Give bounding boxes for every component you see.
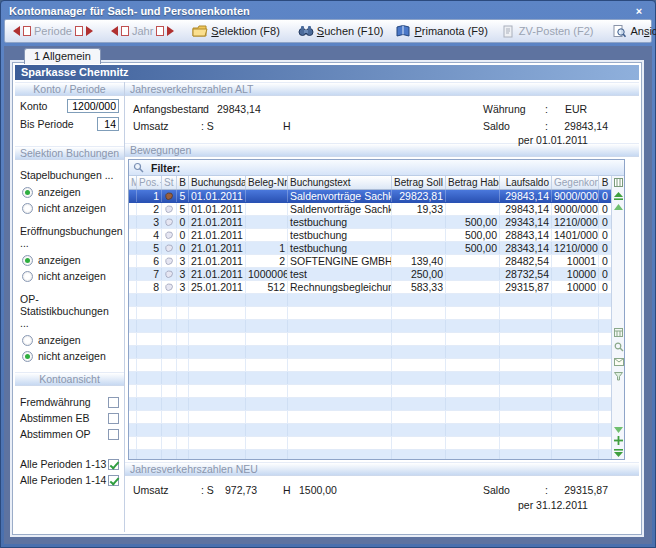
- checkbox-icon[interactable]: [108, 413, 119, 424]
- empty-cell: [392, 307, 446, 319]
- column-header-soll[interactable]: Betrag Soll: [392, 176, 446, 189]
- cell-pos: 8: [137, 281, 162, 293]
- empty-cell: [392, 294, 446, 306]
- column-header-b2[interactable]: B: [599, 176, 611, 189]
- radio-icon[interactable]: [22, 335, 33, 346]
- cell-b: 3: [177, 268, 189, 280]
- empty-table-row[interactable]: [129, 398, 611, 411]
- primanota-button[interactable]: Primanota (F9): [390, 22, 492, 40]
- jahr-next-icon[interactable]: [167, 26, 174, 36]
- radio-op-anzeigen[interactable]: anzeigen: [15, 332, 124, 348]
- checkbox-abstimmen-op[interactable]: Abstimmen OP: [15, 426, 124, 442]
- column-header-pos[interactable]: Pos.: [137, 176, 162, 189]
- insert-row-icon[interactable]: [614, 436, 623, 445]
- column-header-m[interactable]: M: [129, 176, 137, 189]
- radio-stapel-nicht-anzeigen[interactable]: nicht anzeigen: [15, 200, 124, 216]
- page-up-icon[interactable]: [614, 204, 623, 212]
- table-row[interactable]: 8325.01.2011 /Di512Rechnungsbegleichung5…: [129, 281, 611, 294]
- column-header-datum[interactable]: Buchungsdatum: [189, 176, 246, 189]
- konto-input[interactable]: [67, 99, 119, 113]
- suchen-button[interactable]: Suchen (F10): [293, 22, 389, 40]
- empty-cell: [189, 346, 246, 358]
- filter-funnel-icon[interactable]: [614, 372, 623, 381]
- table-row[interactable]: 4021.01.2011 /Frtestbuchung500,0028843,1…: [129, 229, 611, 242]
- empty-cell: [288, 294, 392, 306]
- checkbox-icon[interactable]: [108, 397, 119, 408]
- empty-table-row[interactable]: [129, 372, 611, 385]
- column-header-gegen[interactable]: Gegenkonto: [552, 176, 599, 189]
- empty-table-row[interactable]: [129, 437, 611, 450]
- page-down-icon[interactable]: [614, 425, 623, 433]
- close-button[interactable]: ×: [631, 5, 647, 18]
- empty-cell: [189, 294, 246, 306]
- column-header-b[interactable]: B: [177, 176, 189, 189]
- empty-table-row[interactable]: [129, 307, 611, 320]
- checkbox-alle-perioden-1-14[interactable]: Alle Perioden 1-14: [15, 472, 124, 488]
- account-header: Sparkasse Chemnitz: [15, 65, 639, 80]
- empty-cell: [446, 398, 500, 410]
- column-header-haben[interactable]: Betrag Haben: [446, 176, 500, 189]
- radio-icon[interactable]: [22, 255, 33, 266]
- empty-cell: [500, 346, 552, 358]
- checkbox-checked-icon[interactable]: [108, 459, 119, 470]
- periode-prev-next-control[interactable]: Periode: [8, 23, 98, 39]
- table-row[interactable]: 3021.01.2011 /Frtestbuchung500,0029343,1…: [129, 216, 611, 229]
- cell-b: 0: [177, 216, 189, 228]
- empty-table-row[interactable]: [129, 450, 611, 459]
- cell-gegen: 1401/000: [552, 229, 599, 241]
- calculator-icon[interactable]: [614, 328, 623, 337]
- checkbox-checked-icon[interactable]: [108, 475, 119, 486]
- radio-icon[interactable]: [22, 271, 33, 282]
- column-header-saldo[interactable]: Laufsaldo: [500, 176, 552, 189]
- scroll-up-icon[interactable]: [614, 192, 623, 200]
- radio-op-nicht-anzeigen[interactable]: nicht anzeigen: [15, 348, 124, 364]
- table-row[interactable]: 1501.01.2011 /SaSaldenvorträge Sachkonte…: [129, 190, 611, 203]
- radio-icon[interactable]: [22, 187, 33, 198]
- empty-cell: [599, 359, 611, 371]
- ansicht-button[interactable]: Ansicht: [606, 22, 656, 40]
- radio-eroeffnung-anzeigen[interactable]: anzeigen: [15, 252, 124, 268]
- empty-table-row[interactable]: [129, 385, 611, 398]
- empty-table-row[interactable]: [129, 359, 611, 372]
- checkbox-abstimmen-eb[interactable]: Abstimmen EB: [15, 410, 124, 426]
- column-header-st[interactable]: St: [162, 176, 177, 189]
- empty-table-row[interactable]: [129, 294, 611, 307]
- column-chooser-icon[interactable]: [614, 178, 623, 187]
- selektion-button[interactable]: Selektion (F8): [187, 22, 284, 40]
- column-header-text[interactable]: Buchungstext: [288, 176, 392, 189]
- radio-icon[interactable]: [22, 203, 33, 214]
- table-row[interactable]: 5021.01.2011 /Fr1testbuchung500,0028343,…: [129, 242, 611, 255]
- empty-table-row[interactable]: [129, 411, 611, 424]
- checkbox-fremdwaehrung[interactable]: Fremdwährung: [15, 394, 124, 410]
- empty-table-row[interactable]: [129, 320, 611, 333]
- empty-table-row[interactable]: [129, 424, 611, 437]
- search-icon[interactable]: [614, 342, 624, 352]
- radio-stapel-anzeigen[interactable]: anzeigen: [15, 184, 124, 200]
- tab-allgemein[interactable]: 1 Allgemein: [24, 48, 101, 64]
- empty-cell: [392, 346, 446, 358]
- empty-cell: [189, 450, 246, 459]
- empty-table-row[interactable]: [129, 333, 611, 346]
- empty-table-row[interactable]: [129, 346, 611, 359]
- jahr-prev-next-control[interactable]: Jahr: [106, 23, 179, 39]
- bis-periode-input[interactable]: [97, 117, 119, 131]
- filter-bar[interactable]: Filter:: [129, 160, 624, 176]
- table-row[interactable]: 7321.01.2011 /Fr10000066test250,0028732,…: [129, 268, 611, 281]
- filter-label: Filter:: [151, 162, 180, 174]
- table-header-row[interactable]: MPos.StBBuchungsdatumBeleg-Nr.Buchungste…: [129, 176, 611, 190]
- periode-next-icon[interactable]: [86, 26, 93, 36]
- checkbox-icon[interactable]: [108, 429, 119, 440]
- mail-icon[interactable]: [614, 358, 624, 366]
- table-row[interactable]: 6321.01.2011 /Fr2SOFTENGINE GMBH 2000018…: [129, 255, 611, 268]
- radio-eroeffnung-nicht-anzeigen[interactable]: nicht anzeigen: [15, 268, 124, 284]
- checkbox-alle-perioden-1-13[interactable]: Alle Perioden 1-13: [15, 456, 124, 472]
- empty-cell: [288, 359, 392, 371]
- table-row[interactable]: 2501.01.2011 /SaSaldenvorträge Sachkonte…: [129, 203, 611, 216]
- cell-b: 5: [177, 203, 189, 215]
- zv-posten-button[interactable]: ZV-Posten (F2): [495, 22, 599, 40]
- jahr-prev-icon[interactable]: [111, 26, 118, 36]
- periode-prev-icon[interactable]: [13, 26, 20, 36]
- scroll-down-icon[interactable]: [614, 449, 623, 457]
- radio-icon[interactable]: [22, 351, 33, 362]
- column-header-beleg[interactable]: Beleg-Nr.: [246, 176, 288, 189]
